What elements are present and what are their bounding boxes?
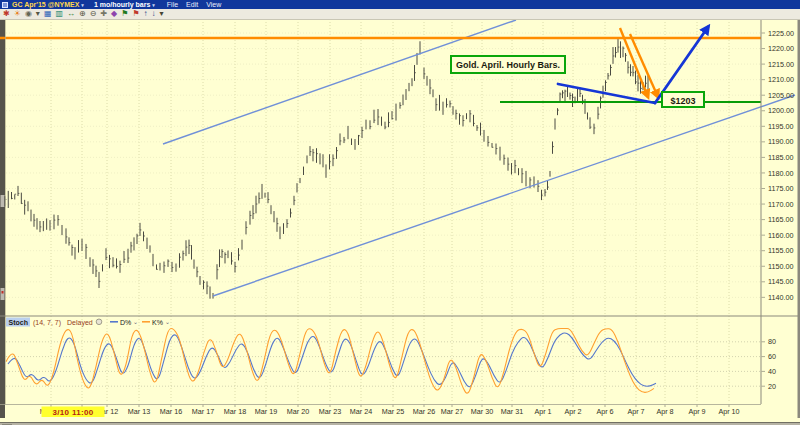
indicator-icon[interactable]: ◆ bbox=[111, 9, 117, 19]
chart-grid-icon[interactable]: ▦ bbox=[44, 9, 52, 19]
delayed-icon[interactable] bbox=[96, 319, 102, 325]
chart-type-icon[interactable]: ▥ bbox=[55, 9, 63, 19]
flag-up-icon[interactable]: ⚑ bbox=[121, 9, 128, 19]
price-chart: 1140.001145.001150.001155.001160.001165.… bbox=[0, 20, 800, 418]
interval-label: 1 mo/hourly bars bbox=[94, 1, 150, 8]
symbol-label: GC Apr'15 @NYMEX bbox=[12, 1, 79, 8]
chevron-down-icon: ▾ bbox=[81, 2, 84, 8]
stoch-axis-label: 20 bbox=[768, 382, 776, 391]
time-cursor-readout: 3/10 11:00 bbox=[53, 408, 94, 417]
arrow-down-icon[interactable]: ↓ bbox=[152, 9, 156, 19]
stoch-params: (14, 7, 7) bbox=[33, 319, 61, 327]
price-axis-label: 1195.00 bbox=[768, 122, 793, 131]
arrow-up-icon[interactable]: ↑ bbox=[144, 9, 148, 19]
brightness-icon[interactable]: ☀ bbox=[14, 9, 21, 19]
magnify-menu-caret-icon[interactable]: ▾ bbox=[36, 9, 40, 19]
time-axis-label: Mar 17 bbox=[192, 407, 214, 416]
menu-view[interactable]: View bbox=[206, 0, 221, 9]
snapshot-icon[interactable]: ✱ bbox=[3, 9, 10, 19]
interval-selector[interactable]: 1 mo/hourly bars▾ bbox=[94, 0, 155, 9]
zoom-out-icon[interactable]: ⊖ bbox=[90, 9, 97, 19]
price-axis-label: 1190.00 bbox=[768, 137, 793, 146]
time-axis-label: Mar 20 bbox=[287, 407, 309, 416]
time-axis-label: Mar 27 bbox=[441, 407, 463, 416]
time-axis-label: Mar 30 bbox=[471, 407, 493, 416]
price-axis-label: 1140.00 bbox=[768, 293, 793, 302]
price-axis-label: 1165.00 bbox=[768, 215, 793, 224]
time-axis-label: Apr 6 bbox=[596, 407, 613, 416]
time-axis-label: Mar 24 bbox=[350, 407, 372, 416]
chevron-down-icon[interactable]: ⌄ bbox=[165, 319, 170, 325]
chart-note-text: Gold. April. Hourly Bars. bbox=[456, 60, 560, 70]
crosshair-icon[interactable]: ✚ bbox=[100, 9, 107, 19]
time-axis-label: Mar 16 bbox=[160, 407, 182, 416]
menu-edit[interactable]: Edit bbox=[186, 0, 198, 9]
toolbar: ✱☀◉▾▦▥↔⊕⊖✚◆⚑⚑↑↓▾ bbox=[0, 9, 800, 20]
time-axis-label: Mar 25 bbox=[382, 407, 404, 416]
time-axis-label: Mar 26 bbox=[413, 407, 435, 416]
time-axis-label: Mar 23 bbox=[319, 407, 341, 416]
time-axis-label: Mar 31 bbox=[501, 407, 523, 416]
splitter-handle[interactable] bbox=[1, 288, 5, 300]
price-axis-label: 1200.00 bbox=[768, 106, 794, 115]
time-axis-label: Mar 18 bbox=[224, 407, 246, 416]
menu-bar: File Edit View bbox=[167, 0, 221, 9]
price-axis-label: 1225.00 bbox=[768, 29, 794, 38]
time-axis-label: Apr 7 bbox=[627, 407, 644, 416]
symbol-selector[interactable]: GC Apr'15 @NYMEX▾ bbox=[12, 0, 84, 9]
stoch-axis-label: 60 bbox=[768, 352, 776, 361]
more-tools-caret-icon[interactable]: ▾ bbox=[160, 9, 164, 19]
price-axis-label: 1155.00 bbox=[768, 246, 793, 255]
magnify-menu-icon[interactable]: ◉ bbox=[25, 9, 32, 19]
splitter-handle[interactable] bbox=[1, 195, 5, 207]
price-axis-label: 1215.00 bbox=[768, 60, 794, 69]
window-titlebar: GC Apr'15 @NYMEX▾ 1 mo/hourly bars▾ File… bbox=[0, 0, 800, 9]
price-axis-label: 1205.00 bbox=[768, 91, 794, 100]
menu-file[interactable]: File bbox=[167, 0, 178, 9]
price-axis-label: 1220.00 bbox=[768, 44, 794, 53]
time-axis-label: Apr 8 bbox=[656, 407, 673, 416]
stoch-label[interactable]: Stoch bbox=[9, 319, 28, 326]
trading-app-window: GC Apr'15 @NYMEX▾ 1 mo/hourly bars▾ File… bbox=[0, 0, 800, 425]
price-axis-label: 1180.00 bbox=[768, 169, 793, 178]
panel-splitter[interactable] bbox=[0, 20, 5, 418]
chevron-down-icon: ▾ bbox=[152, 2, 155, 8]
stoch-axis-label: 40 bbox=[768, 367, 776, 376]
splitter-dot-icon bbox=[2, 291, 4, 294]
price-axis-label: 1185.00 bbox=[768, 153, 793, 162]
price-flag-text: $1203 bbox=[670, 96, 695, 106]
time-axis-label: Mar 19 bbox=[255, 407, 277, 416]
stoch-axis-label: 80 bbox=[768, 337, 776, 346]
price-axis-label: 1210.00 bbox=[768, 75, 794, 84]
price-axis-label: 1150.00 bbox=[768, 262, 793, 271]
stoch-k-legend: K% bbox=[152, 319, 163, 326]
zoom-in-icon[interactable]: ⊕ bbox=[79, 9, 86, 19]
time-axis-label: Apr 10 bbox=[718, 407, 739, 416]
app-icon bbox=[2, 2, 8, 8]
pan-icon[interactable]: ↔ bbox=[67, 9, 75, 19]
time-axis-label: Mar 13 bbox=[128, 407, 150, 416]
time-axis-label: Apr 1 bbox=[534, 407, 551, 416]
flag-down-icon[interactable]: ⚑ bbox=[132, 9, 139, 19]
time-axis-label: Apr 9 bbox=[688, 407, 705, 416]
price-axis-label: 1175.00 bbox=[768, 184, 793, 193]
price-axis-label: 1145.00 bbox=[768, 277, 793, 286]
chevron-down-icon[interactable]: ⌄ bbox=[133, 319, 138, 325]
price-axis-label: 1160.00 bbox=[768, 231, 793, 240]
price-axis-label: 1170.00 bbox=[768, 200, 793, 209]
stoch-status: Delayed bbox=[67, 319, 93, 327]
stoch-d-legend: D% bbox=[120, 319, 131, 326]
time-axis-label: Apr 2 bbox=[564, 407, 581, 416]
